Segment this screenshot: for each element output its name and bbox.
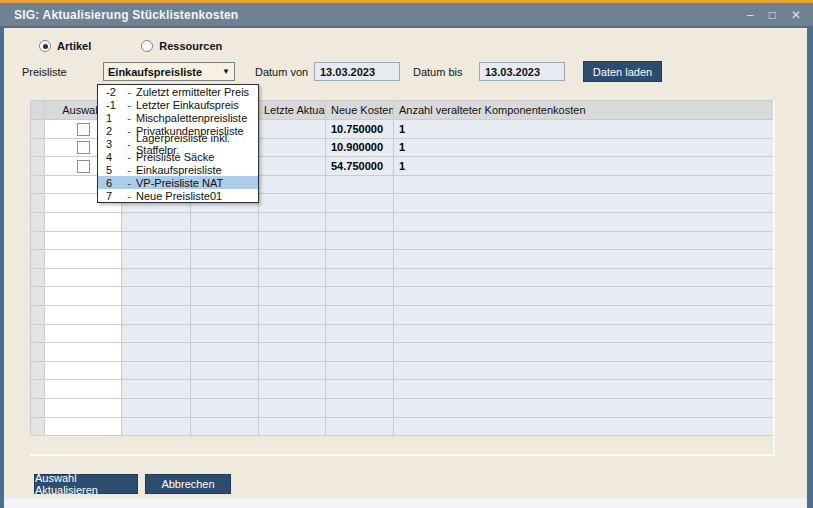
- table-cell: [191, 361, 259, 380]
- column-header[interactable]: Letzte Aktualis...: [259, 101, 326, 120]
- table-row: [31, 361, 774, 380]
- datum-bis-label: Datum bis: [413, 66, 463, 78]
- table-cell: [122, 324, 191, 343]
- row-header-cell: [31, 361, 45, 380]
- table-cell: [45, 250, 122, 269]
- table-cell: [191, 417, 259, 436]
- table-cell: [45, 231, 122, 250]
- dropdown-item[interactable]: 1-Mischpalettenpreisliste: [98, 111, 258, 124]
- table-cell: [122, 305, 191, 324]
- auswahl-checkbox[interactable]: [77, 123, 90, 136]
- table-cell: [122, 268, 191, 287]
- dropdown-item[interactable]: 7-Neue Preisliste01: [98, 189, 258, 202]
- table-cell: [394, 305, 774, 324]
- row-header-cell: [31, 417, 45, 436]
- maximize-icon[interactable]: □: [769, 9, 776, 21]
- table-cell: [122, 287, 191, 306]
- table-cell: [259, 343, 326, 362]
- table-cell: [122, 417, 191, 436]
- table-row: [31, 231, 774, 250]
- dialog-body: ArtikelRessourcen Preisliste Einkaufspre…: [4, 28, 807, 498]
- table-cell: 10.750000: [326, 120, 394, 139]
- daten-laden-button[interactable]: Daten laden: [583, 61, 662, 82]
- table-row: [31, 287, 774, 306]
- table-row: [31, 398, 774, 417]
- app-window: SIG: Aktualisierung Stücklistenkosten – …: [0, 0, 813, 508]
- preisliste-select[interactable]: Einkaufspreisliste ▼: [103, 62, 235, 81]
- table-row: [31, 305, 774, 324]
- title-bar[interactable]: SIG: Aktualisierung Stücklistenkosten – …: [0, 3, 813, 27]
- row-header-cell: [31, 268, 45, 287]
- table-cell: [326, 398, 394, 417]
- row-header-cell: [31, 194, 45, 213]
- table-cell: [394, 175, 774, 194]
- radio-icon: [141, 40, 153, 52]
- table-row: [31, 212, 774, 231]
- close-icon[interactable]: ✕: [791, 9, 801, 21]
- table-cell: 10.900000: [326, 138, 394, 157]
- table-cell: [45, 287, 122, 306]
- table-cell: [259, 194, 326, 213]
- table-cell: [122, 250, 191, 269]
- table-cell: [191, 231, 259, 250]
- table-cell: [394, 417, 774, 436]
- table-cell: [45, 361, 122, 380]
- datum-von-field[interactable]: 13.03.2023: [314, 62, 400, 81]
- dropdown-item[interactable]: 5-Einkaufspreisliste: [98, 163, 258, 176]
- table-cell: [326, 305, 394, 324]
- table-cell: [191, 343, 259, 362]
- table-cell: [259, 398, 326, 417]
- table-cell: [326, 194, 394, 213]
- table-cell: [394, 250, 774, 269]
- table-cell: 1: [394, 138, 774, 157]
- table-cell: [394, 361, 774, 380]
- table-cell: [45, 398, 122, 417]
- auswahl-checkbox[interactable]: [77, 141, 90, 154]
- abbrechen-button[interactable]: Abbrechen: [145, 474, 231, 494]
- table-cell: [259, 120, 326, 139]
- column-header[interactable]: Neue Kosten: [326, 101, 394, 120]
- table-cell: [394, 380, 774, 399]
- row-header-cell: [31, 343, 45, 362]
- table-cell: [259, 380, 326, 399]
- dropdown-item[interactable]: -2-Zuletzt ermittelter Preis: [98, 85, 258, 98]
- row-header-cell: [31, 212, 45, 231]
- row-header-cell: [31, 380, 45, 399]
- preisliste-label: Preisliste: [22, 66, 67, 78]
- table-cell: [394, 398, 774, 417]
- dropdown-item[interactable]: 4-Preisliste Säcke: [98, 150, 258, 163]
- table-cell: [326, 361, 394, 380]
- radio-artikel[interactable]: Artikel: [39, 40, 91, 52]
- datum-bis-field[interactable]: 13.03.2023: [479, 62, 565, 81]
- row-header-cell: [31, 231, 45, 250]
- table-cell: 1: [394, 120, 774, 139]
- auswahl-aktualisieren-button[interactable]: Auswahl Aktualisieren: [34, 474, 138, 494]
- dropdown-item[interactable]: -1-Letzter Einkaufspreis: [98, 98, 258, 111]
- table-cell: [191, 305, 259, 324]
- row-header-cell: [31, 120, 45, 139]
- dropdown-item[interactable]: 6-VP-Preisliste NAT: [98, 176, 258, 189]
- table-cell: [259, 305, 326, 324]
- minimize-icon[interactable]: –: [747, 9, 754, 21]
- table-cell: [45, 268, 122, 287]
- table-cell: [45, 324, 122, 343]
- table-cell: [191, 380, 259, 399]
- auswahl-checkbox[interactable]: [77, 160, 90, 173]
- table-cell: [45, 417, 122, 436]
- window-bottom-strip: [4, 498, 807, 508]
- table-cell: [191, 250, 259, 269]
- chevron-down-icon: ▼: [222, 67, 230, 76]
- row-header-cell: [31, 157, 45, 176]
- column-header[interactable]: Anzahl veralteter Komponentenkosten: [394, 101, 774, 120]
- table-cell: [394, 231, 774, 250]
- table-cell: [326, 231, 394, 250]
- row-header-cell: [31, 398, 45, 417]
- radio-label: Artikel: [57, 40, 91, 52]
- column-header[interactable]: [31, 101, 45, 120]
- table-cell: [122, 231, 191, 250]
- radio-ressourcen[interactable]: Ressourcen: [141, 40, 222, 52]
- table-cell: [394, 268, 774, 287]
- table-cell: [259, 287, 326, 306]
- dropdown-item[interactable]: 3-Lagerpreisliste inkl. Staffelpr.: [98, 137, 258, 150]
- table-cell: [191, 268, 259, 287]
